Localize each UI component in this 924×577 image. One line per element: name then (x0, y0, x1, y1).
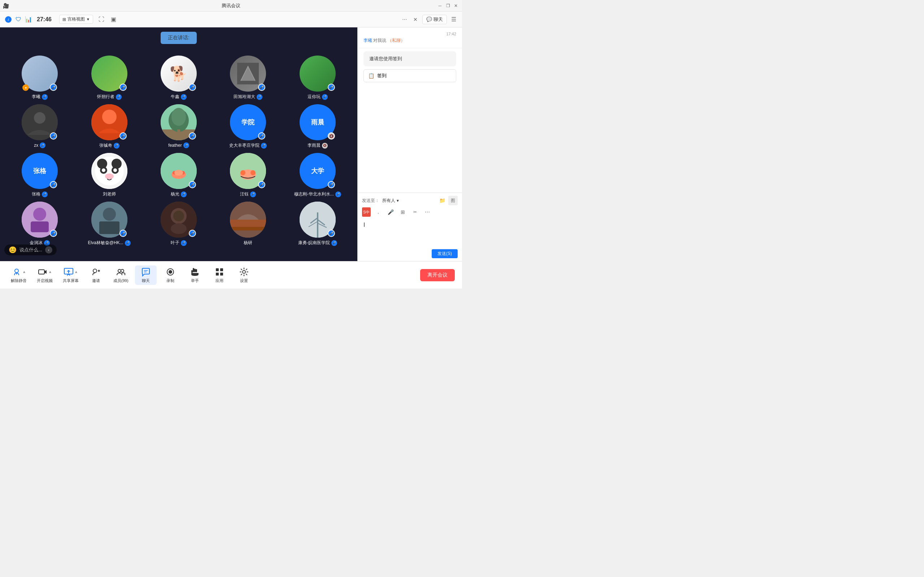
chat-sender: 李曦 对我说 （私聊） (363, 37, 456, 44)
mic-active-17: 🎤 (120, 230, 127, 237)
chat-icon: 💬 (426, 16, 432, 22)
participant-7[interactable]: 🎤 张铖奇 🎤 (76, 104, 142, 148)
name-mic-5: 🎤 (322, 94, 328, 100)
sender-action: 对我说 (373, 38, 386, 43)
participant-17[interactable]: 🎤 Elva林敏奋@HK... 🎤 (76, 201, 142, 246)
send-to-selector[interactable]: 所有人 ▼ (382, 198, 399, 204)
name-mic-3: 🎤 (181, 94, 187, 100)
participant-16[interactable]: 🎤 金润冰 🎤 (7, 201, 72, 246)
send-row: 发送(S) (362, 249, 458, 258)
participant-3[interactable]: 🐕 🎤 牛鑫 🎤 (146, 56, 211, 100)
attach-file-button[interactable]: 📁 (438, 196, 447, 205)
send-button[interactable]: 发送(S) (432, 249, 458, 258)
bottom-tools-left: ▲ 解除静音 ▲ 开启视频 ▲ 共享屏幕 (7, 266, 255, 285)
participant-6[interactable]: 🎤 zx 🎤 (7, 104, 72, 148)
participant-15[interactable]: 大学 🎤 穆志刚-华北水利水... 🎤 (285, 153, 350, 197)
chat-time: 17:42 (363, 32, 456, 36)
emoji-icon[interactable]: 😊 (9, 246, 16, 254)
svg-point-29 (33, 208, 46, 221)
settings-tool[interactable]: 设置 (233, 266, 255, 285)
screenshot-icon[interactable]: ✂ (410, 207, 420, 217)
grid-view-button[interactable]: ⊞ 宫格视图 ▼ (59, 15, 93, 24)
participant-11[interactable]: 张格 🎤 张格 🎤 (7, 153, 72, 197)
unmute-tool[interactable]: ▲ 解除静音 (7, 266, 30, 285)
send-to-value: 所有人 (382, 198, 395, 204)
svg-rect-69 (220, 272, 223, 276)
more-tools-icon[interactable]: ⋯ (423, 207, 432, 217)
avatar-wrapper-16: 🎤 (22, 201, 58, 238)
participant-14[interactable]: 🎤 汪钰 🎤 (215, 153, 281, 197)
avatar-12 (91, 153, 128, 189)
participant-20[interactable]: 🎤 康勇-皖南医学院 🎤 (285, 201, 350, 246)
hand-tool[interactable]: 举手 (184, 266, 206, 285)
chart-icon[interactable]: 📊 (24, 16, 32, 23)
chat-input[interactable] (362, 219, 458, 248)
send-toolbar: S中 ， 🎤 ⊞ ✂ ⋯ (362, 207, 458, 217)
emoji-placeholder[interactable]: 说点什么... (19, 247, 42, 253)
restore-button[interactable]: ❐ (445, 3, 451, 9)
image-button[interactable]: 图 (448, 196, 458, 205)
participant-2[interactable]: 🎤 怀朔行者 🎤 (76, 56, 142, 100)
menu-button[interactable]: ☰ (450, 16, 458, 23)
mic-active-8: 🎤 (189, 132, 196, 140)
participant-8[interactable]: 🎤 feather 🎤 (146, 104, 211, 148)
name-mic-9: 🎤 (261, 143, 267, 148)
toolbar-right: ··· ✕ 💬 聊天 ☰ (401, 15, 458, 24)
participant-name-5: 逗你玩 🎤 (307, 94, 328, 100)
leave-meeting-button[interactable]: 离开会议 (420, 269, 455, 281)
mic-active-18: 🎤 (189, 230, 196, 237)
video-expand[interactable]: ▲ (48, 270, 52, 274)
share-tool[interactable]: ▲ 共享屏幕 (59, 266, 82, 285)
svg-point-4 (102, 110, 116, 124)
name-mic-20: 🎤 (331, 240, 337, 246)
avatar-wrapper-19 (230, 201, 266, 238)
participant-name-10: 李雨晨 🔇 (307, 142, 328, 148)
participant-13[interactable]: 🎤 杨光 🎤 (146, 153, 211, 197)
name-mic-6: 🎤 (40, 142, 45, 148)
apps-tool[interactable]: 应用 (208, 266, 230, 285)
participant-5[interactable]: 🎤 逗你玩 🎤 (285, 56, 350, 100)
unmute-expand[interactable]: ▲ (23, 270, 26, 274)
close-chat-button[interactable]: ✕ (412, 16, 419, 23)
shield-icon[interactable]: 🛡 (15, 16, 23, 23)
participant-9[interactable]: 学院 🎤 史大丰枣庄学院 🎤 (215, 104, 281, 148)
chat-tool[interactable]: 聊天 (135, 266, 157, 285)
sign-button[interactable]: 📋 签到 (363, 69, 456, 82)
participant-18[interactable]: 🎤 叶子 🎤 (146, 201, 211, 246)
participants-grid: ★ 🎤 李曦 🎤 🎤 怀朔行者 🎤 (4, 53, 353, 249)
avatar-wrapper-8: 🎤 (161, 104, 197, 140)
voice-input-icon[interactable]: 🎤 (386, 207, 395, 217)
punctuation-icon[interactable]: ， (373, 207, 383, 217)
collapse-sidebar-button[interactable]: ‹ (45, 246, 52, 253)
invite-tool[interactable]: 邀请 (85, 266, 107, 285)
name-mic-8: 🎤 (183, 142, 189, 148)
participant-1[interactable]: ★ 🎤 李曦 🎤 (7, 56, 72, 100)
split-view-button[interactable]: ▣ (110, 16, 118, 23)
info-icon[interactable]: i (4, 16, 12, 23)
participant-10[interactable]: 雨晨 🔇 李雨晨 🔇 (285, 104, 350, 148)
close-button[interactable]: ✕ (452, 3, 459, 9)
svg-point-26 (241, 170, 246, 175)
members-tool[interactable]: 成员(99) (110, 266, 132, 285)
share-icon (63, 267, 74, 277)
video-tool[interactable]: ▲ 开启视频 (33, 266, 56, 285)
participant-12[interactable]: 刘老师 (76, 153, 142, 197)
mic-active-10: 🔇 (328, 132, 335, 140)
table-icon[interactable]: ⊞ (398, 207, 407, 217)
svg-rect-63 (194, 269, 195, 272)
participant-4[interactable]: 🎤 田旭玲湖大 🎤 (215, 56, 281, 100)
participant-name-1: 李曦 🎤 (32, 94, 48, 100)
svg-point-61 (168, 270, 172, 274)
video-area: 正在讲话: ★ 🎤 李曦 🎤 (0, 27, 357, 261)
minimize-button[interactable]: ─ (437, 3, 443, 9)
svg-rect-66 (216, 268, 219, 271)
fullscreen-button[interactable]: ⛶ (97, 16, 105, 23)
participant-19[interactable]: 杨研 (215, 201, 281, 246)
mic-active-1: 🎤 (50, 84, 57, 91)
video-icon (37, 267, 48, 277)
chat-button[interactable]: 💬 聊天 (422, 15, 447, 24)
more-options-button[interactable]: ··· (401, 16, 409, 23)
share-expand[interactable]: ▲ (74, 270, 78, 274)
avatar-wrapper-6: 🎤 (22, 104, 58, 140)
record-tool[interactable]: 录制 (160, 266, 181, 285)
